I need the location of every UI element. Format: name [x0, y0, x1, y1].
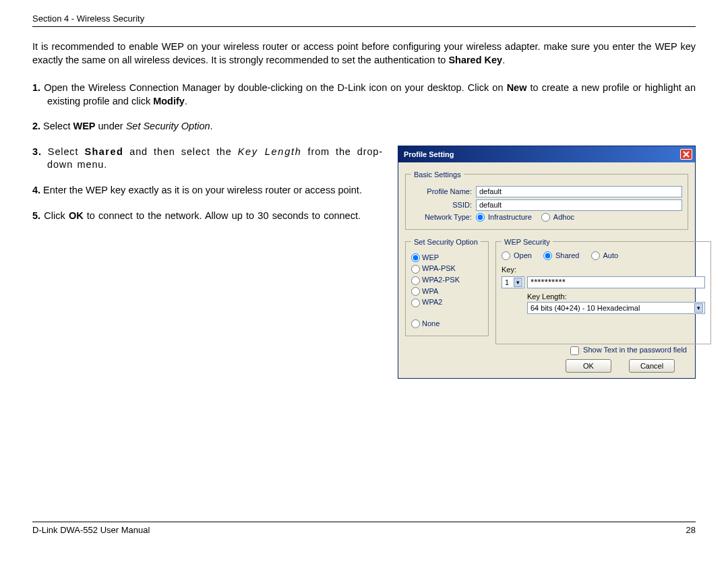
security-option-group: Set Security Option WEP WPA-PSK WPA2-PSK… — [405, 238, 489, 337]
radio-shared[interactable] — [543, 251, 552, 260]
step-5-num: 5. — [32, 210, 40, 221]
intro-text-1: It is recommended to enable WEP on your … — [32, 41, 696, 65]
step-3-text-a: Select — [42, 146, 85, 157]
show-text-label: Show Text in the password field — [583, 346, 687, 354]
radio-none[interactable] — [411, 319, 420, 328]
step-4: 4. Enter the WEP key exactly as it is on… — [32, 184, 383, 197]
step-2-text-b: under — [95, 121, 125, 131]
close-icon[interactable] — [680, 149, 692, 160]
radio-auto[interactable] — [591, 251, 600, 260]
basic-settings-legend: Basic Settings — [411, 170, 464, 179]
step-5-ok: OK — [69, 210, 84, 221]
radio-open[interactable] — [502, 251, 510, 260]
radio-adhoc-label: Adhoc — [553, 213, 574, 221]
step-2-text-a: Select — [40, 121, 73, 131]
step-3-text-b: and then select the — [123, 146, 237, 157]
network-type-adhoc[interactable]: Adhoc — [541, 213, 574, 222]
radio-wpa2[interactable] — [411, 299, 420, 307]
wep-open[interactable]: Open — [502, 251, 532, 260]
key-length-value: 64 bits (40+24) - 10 Hexadecimal — [530, 304, 640, 312]
radio-open-label: Open — [514, 251, 532, 259]
step-3-num: 3. — [32, 146, 42, 157]
network-type-infrastructure[interactable]: Infrastructure — [476, 213, 532, 222]
radio-wpapsk-label: WPA-PSK — [422, 264, 456, 272]
radio-none-label: None — [422, 319, 439, 327]
step-1-text-a: Open the Wireless Connection Manager by … — [40, 82, 507, 93]
wep-auto[interactable]: Auto — [591, 251, 619, 260]
step-4-text: Enter the WEP key exactly as it is on yo… — [40, 185, 362, 195]
radio-shared-label: Shared — [555, 251, 579, 259]
sec-wpapsk[interactable]: WPA-PSK — [411, 264, 483, 274]
key-label: Key: — [502, 266, 705, 274]
basic-settings-group: Basic Settings Profile Name: SSID: Netwo… — [405, 170, 688, 230]
wep-security-legend: WEP Security — [502, 238, 553, 246]
show-text-checkbox[interactable]: Show Text in the password field — [570, 346, 687, 354]
section-header: Section 4 - Wireless Security — [32, 13, 696, 27]
key-index-select[interactable]: 1 ▾ — [502, 276, 524, 288]
key-input[interactable] — [527, 276, 705, 288]
key-length-label: Key Length: — [527, 292, 705, 301]
step-2-num: 2. — [32, 121, 40, 131]
dialog-title: Profile Setting — [404, 150, 454, 158]
ssid-input[interactable] — [476, 199, 682, 211]
step-1: 1. Open the Wireless Connection Manager … — [32, 82, 696, 108]
sec-wpa2[interactable]: WPA2 — [411, 298, 483, 307]
radio-auto-label: Auto — [603, 251, 619, 259]
radio-wpa2psk[interactable] — [411, 276, 420, 285]
intro-period: . — [502, 55, 505, 65]
radio-wpa2psk-label: WPA2-PSK — [422, 276, 460, 284]
step-1-num: 1. — [32, 82, 40, 93]
wep-security-group: WEP Security Open Shared Auto Key: 1 ▾ — [495, 238, 711, 345]
step-1-period: . — [185, 96, 187, 106]
page-footer: D-Link DWA-552 User Manual 28 — [32, 522, 696, 535]
key-length-select[interactable]: 64 bits (40+24) - 10 Hexadecimal ▾ — [527, 302, 705, 314]
radio-wpa[interactable] — [411, 287, 420, 296]
step-1-modify: Modify — [153, 96, 185, 106]
step-3: 3. Select Shared and then select the Key… — [32, 146, 383, 172]
step-5-text-b: to connect to the network. Allow up to 3… — [84, 210, 361, 221]
wep-shared[interactable]: Shared — [543, 251, 579, 260]
chevron-down-icon[interactable]: ▾ — [694, 303, 703, 313]
radio-infrastructure[interactable] — [476, 213, 485, 222]
radio-wep[interactable] — [411, 253, 420, 262]
profile-setting-dialog: Profile Setting Basic Settings Profile N… — [398, 146, 696, 379]
sec-wpa2psk[interactable]: WPA2-PSK — [411, 276, 483, 285]
step-2-wep: WEP — [73, 121, 95, 131]
radio-wpapsk[interactable] — [411, 265, 420, 274]
radio-wpa2-label: WPA2 — [422, 298, 442, 306]
chevron-down-icon[interactable]: ▾ — [514, 278, 522, 287]
step-5-text-a: Click — [40, 210, 69, 221]
cancel-button[interactable]: Cancel — [629, 359, 675, 373]
step-5: 5. Click OK to connect to the network. A… — [32, 210, 383, 223]
sec-wpa[interactable]: WPA — [411, 287, 483, 296]
footer-page-number: 28 — [686, 525, 696, 535]
step-1-new: New — [507, 82, 527, 93]
radio-wpa-label: WPA — [422, 287, 438, 295]
ssid-label: SSID: — [411, 201, 476, 209]
footer-manual: D-Link DWA-552 User Manual — [32, 525, 150, 535]
network-type-label: Network Type: — [411, 213, 476, 221]
step-2-sso: Set Security Option — [126, 121, 210, 131]
key-index-value: 1 — [505, 278, 509, 286]
checkbox-show-text[interactable] — [570, 346, 579, 355]
radio-adhoc[interactable] — [541, 213, 550, 222]
step-2-period: . — [210, 121, 213, 131]
ok-button[interactable]: OK — [566, 359, 611, 373]
radio-wep-label: WEP — [422, 253, 439, 261]
profile-name-label: Profile Name: — [411, 187, 476, 195]
security-option-legend: Set Security Option — [411, 238, 481, 246]
sec-wep[interactable]: WEP — [411, 253, 483, 263]
step-3-keylength: Key Length — [238, 146, 302, 157]
step-4-num: 4. — [32, 185, 40, 195]
step-3-shared: Shared — [84, 146, 123, 157]
intro-paragraph: It is recommended to enable WEP on your … — [32, 40, 696, 67]
radio-infra-label: Infrastructure — [488, 213, 532, 221]
step-2: 2. Select WEP under Set Security Option. — [32, 120, 696, 133]
profile-name-input[interactable] — [476, 186, 682, 197]
sec-none[interactable]: None — [411, 319, 483, 329]
intro-shared-key: Shared Key — [448, 55, 502, 65]
dialog-titlebar[interactable]: Profile Setting — [398, 146, 695, 162]
